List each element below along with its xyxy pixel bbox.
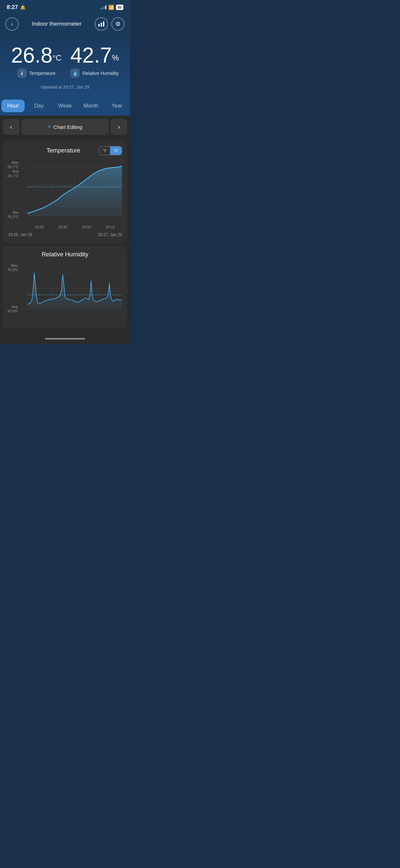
wifi-icon: 📶 [108,5,114,10]
chart-section: ‹ ≡ Chart Editing › Temperature °F °C Ma… [0,116,130,344]
chart-date-range: 19:26, Jan 29 20:27, Jan 29 [8,229,122,238]
min-label: Min 25.2°C [7,210,19,219]
chart-next-button[interactable]: › [111,119,127,135]
svg-rect-1 [101,23,102,27]
tab-week[interactable]: Week [53,99,77,112]
header-actions: ⚙ [95,17,125,31]
home-indicator [0,331,130,344]
svg-rect-2 [103,21,104,27]
end-date: 20:27, Jan 29 [98,232,122,237]
humidity-label: 💧 Relative Humidity [70,69,119,78]
status-time: 8:27 🔔 [7,4,26,11]
chart-edit-button[interactable]: ≡ Chart Editing [21,119,109,135]
humidity-max-label: Max 43.9% [7,264,18,272]
readings-section: 26.8°C 🌡 Temperature 42.7% 💧 Relative Hu… [0,35,130,96]
temperature-chart-svg [27,160,122,224]
x-axis-labels: 19:30 19:45 20:00 20:15 [27,224,122,229]
start-date: 19:26, Jan 29 [8,232,32,237]
svg-rect-0 [98,24,100,27]
readings-row: 26.8°C 🌡 Temperature 42.7% 💧 Relative Hu… [7,44,123,78]
fahrenheit-button[interactable]: °F [99,147,110,155]
tab-hour[interactable]: Hour [1,99,25,112]
humidity-value: 42.7% [70,44,119,66]
humidity-chart-title-row: Relative Humidity [8,251,122,258]
unit-toggle: °F °C [99,146,122,155]
time-display: 8:27 [7,4,18,11]
temperature-chart-title: Temperature [28,147,99,154]
temperature-label: 🌡 Temperature [11,69,62,78]
humidity-chart-area: Max 43.9% Avg 43.0% [27,264,122,323]
temperature-chart-card: Temperature °F °C Max 26.7°C Avg 26.1°C … [3,141,127,243]
humidity-chart-svg [27,264,122,323]
header: ‹ Indoor thermometer ⚙ [0,13,130,35]
notification-icon: 🔔 [20,5,26,10]
humidity-icon: 💧 [70,69,80,78]
chart-header: ‹ ≡ Chart Editing › [0,116,130,138]
back-button[interactable]: ‹ [5,17,19,31]
temperature-chart-area: Max 26.7°C Avg 26.1°C Min 25.2°C [27,160,122,229]
humidity-avg-label: Avg 43.0% [7,305,18,313]
battery-indicator: 85 [116,5,123,10]
chart-button[interactable] [95,17,108,31]
chart-prev-button[interactable]: ‹ [3,119,19,135]
chart-icon [98,21,104,27]
status-bar: 8:27 🔔 📶 85 [0,0,130,13]
humidity-chart-title: Relative Humidity [28,251,102,258]
tab-year[interactable]: Year [105,99,128,112]
home-bar [45,338,85,340]
thermometer-icon: 🌡 [17,69,27,78]
celsius-button[interactable]: °C [110,147,122,155]
temperature-reading: 26.8°C 🌡 Temperature [11,44,62,78]
tab-month[interactable]: Month [79,99,103,112]
signal-icon [100,5,106,9]
page-title: Indoor thermometer [32,21,81,27]
filter-icon: ≡ [48,124,51,130]
humidity-reading: 42.7% 💧 Relative Humidity [70,44,119,78]
settings-button[interactable]: ⚙ [111,17,125,31]
last-updated: Updated at 20:27, Jan 29 [7,85,123,90]
humidity-chart-card: Relative Humidity Max 43.9% Avg 43.0% [3,246,127,329]
status-icons: 📶 85 [100,5,123,10]
tab-bar: Hour Day Week Month Year [0,96,130,116]
chart-title-row: Temperature °F °C [8,146,122,155]
max-label: Max 26.7°C [7,160,19,169]
y-axis-labels: Max 26.7°C Avg 26.1°C Min 25.2°C [7,160,21,219]
tab-day[interactable]: Day [27,99,51,112]
temperature-value: 26.8°C [11,44,62,66]
humidity-y-axis: Max 43.9% Avg 43.0% [7,264,20,313]
avg-label: Avg 26.1°C [7,169,19,178]
